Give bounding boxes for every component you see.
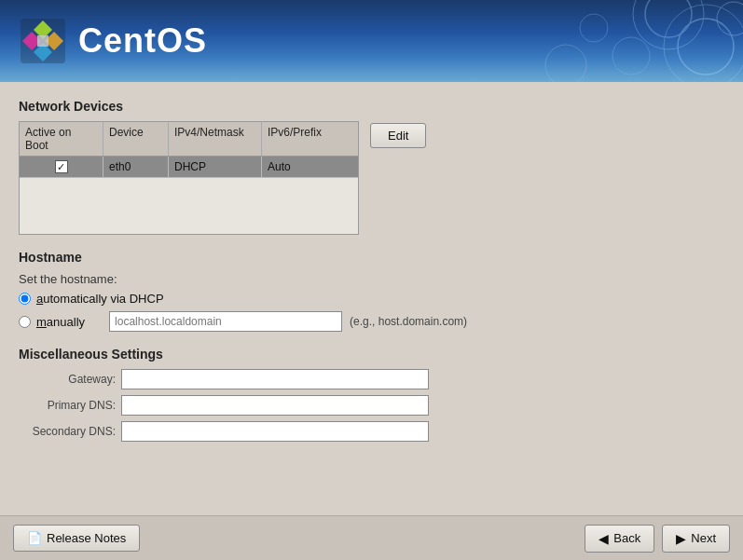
gateway-row: Gateway:: [19, 369, 724, 389]
secondary-dns-row: Secondary DNS:: [19, 421, 724, 442]
table-header-row: Active on Boot Device IPv4/Netmask IPv6/…: [20, 122, 358, 157]
cell-ipv6: Auto: [262, 157, 360, 177]
primary-dns-input[interactable]: [121, 395, 429, 416]
hostname-subtitle: Set the hostname:: [19, 272, 724, 286]
hostname-auto-radio[interactable]: [19, 293, 31, 305]
hostname-input[interactable]: [109, 311, 342, 332]
footer: 📄 Release Notes ◀ Back ▶ Next: [0, 515, 743, 560]
hostname-manual-label[interactable]: manually: [36, 315, 85, 329]
network-devices-title: Network Devices: [19, 99, 724, 114]
svg-rect-13: [37, 35, 48, 47]
primary-dns-row: Primary DNS:: [19, 395, 724, 416]
hostname-title: Hostname: [19, 250, 724, 265]
table-empty-area: [20, 178, 358, 234]
hostname-auto-option: automatically via DHCP: [19, 292, 724, 306]
hostname-section: Hostname Set the hostname: automatically…: [19, 250, 724, 332]
col-ipv4: IPv4/Netmask: [169, 122, 262, 156]
hostname-auto-label[interactable]: automatically via DHCP: [36, 292, 164, 306]
release-notes-label: Release Notes: [47, 531, 126, 545]
back-label: Back: [613, 531, 640, 545]
footer-left: 📄 Release Notes: [13, 525, 140, 552]
col-active-on-boot: Active on Boot: [20, 122, 103, 156]
edit-button[interactable]: Edit: [370, 123, 426, 148]
misc-section: Miscellaneous Settings Gateway: Primary …: [19, 347, 724, 442]
misc-title: Miscellaneous Settings: [19, 347, 724, 362]
centos-logo-icon: [19, 17, 67, 65]
next-label: Next: [691, 531, 716, 545]
col-ipv6: IPv6/Prefix: [262, 122, 360, 156]
secondary-dns-label: Secondary DNS:: [19, 425, 121, 438]
main-content: Network Devices Active on Boot Device IP…: [0, 82, 743, 460]
back-icon: ◀: [599, 531, 609, 546]
cell-ipv4: DHCP: [169, 157, 262, 177]
logo-text: CentOS: [78, 21, 207, 61]
col-device: Device: [103, 122, 169, 156]
header: CentOS: [0, 0, 743, 82]
hostname-input-row: (e.g., host.domain.com): [109, 311, 467, 332]
gateway-input[interactable]: [121, 369, 429, 389]
table-row[interactable]: ✓ eth0 DHCP Auto: [20, 157, 358, 178]
primary-dns-label: Primary DNS:: [19, 399, 121, 412]
back-button[interactable]: ◀ Back: [585, 525, 654, 553]
hostname-manual-option: manually (e.g., host.domain.com): [19, 311, 724, 332]
next-button[interactable]: ▶ Next: [662, 525, 730, 553]
cell-active-boot: ✓: [20, 157, 103, 177]
next-icon: ▶: [676, 531, 686, 546]
footer-right: ◀ Back ▶ Next: [585, 525, 730, 553]
hostname-hint: (e.g., host.domain.com): [350, 315, 467, 328]
release-notes-button[interactable]: 📄 Release Notes: [13, 525, 140, 552]
hostname-manual-radio[interactable]: [19, 316, 31, 328]
logo-container: CentOS: [0, 0, 743, 82]
network-devices-section: Active on Boot Device IPv4/Netmask IPv6/…: [19, 121, 724, 235]
release-notes-icon: 📄: [27, 531, 42, 545]
gateway-label: Gateway:: [19, 373, 121, 386]
secondary-dns-input[interactable]: [121, 421, 429, 442]
active-boot-checkbox[interactable]: ✓: [55, 160, 68, 173]
network-devices-table: Active on Boot Device IPv4/Netmask IPv6/…: [19, 121, 359, 235]
cell-device: eth0: [103, 157, 169, 177]
